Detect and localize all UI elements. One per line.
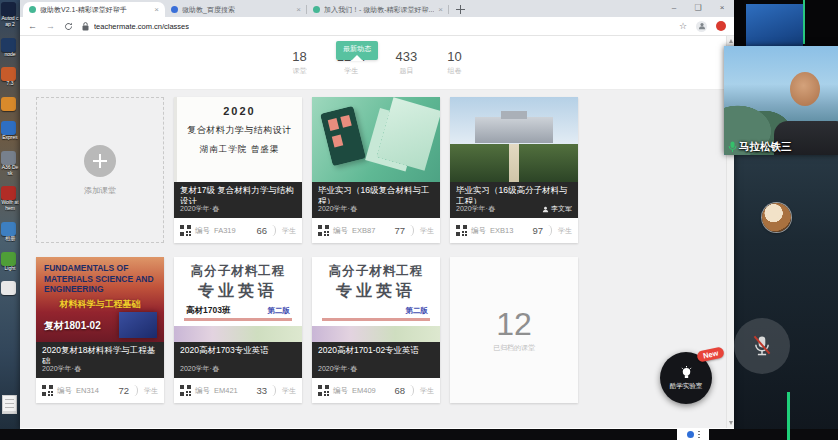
new-badge: New bbox=[696, 346, 725, 362]
maximize-button[interactable]: ❑ bbox=[686, 0, 710, 15]
bookmark-star-icon[interactable]: ☆ bbox=[679, 21, 687, 31]
code-label: 编号 bbox=[333, 386, 348, 396]
class-title: 毕业实习（16级高分子材料与工程） bbox=[456, 185, 572, 204]
stat-value: 433 bbox=[396, 49, 418, 64]
browser-toolbar: ← → teachermate.com.cn/classes ☆ bbox=[20, 17, 734, 36]
more-dots-icon[interactable] bbox=[698, 431, 700, 438]
tab-close-icon[interactable]: × bbox=[296, 5, 301, 14]
desktop-icon[interactable] bbox=[1, 97, 19, 111]
class-title: 复材17级 复合材料力学与结构设计 bbox=[180, 185, 296, 204]
class-cover-image bbox=[312, 97, 440, 182]
minimize-button[interactable]: – bbox=[662, 0, 686, 15]
lightbulb-icon bbox=[679, 366, 694, 381]
desktop-icon[interactable]: 相册 bbox=[1, 222, 19, 242]
tab-favicon bbox=[29, 6, 36, 13]
qr-code-icon[interactable] bbox=[42, 385, 53, 396]
class-card[interactable]: 毕业实习（16级高分子材料与工程） 2020学年·春 李文军 编号 EXB13 … bbox=[450, 97, 578, 243]
green-accent-line-bottom bbox=[787, 392, 790, 440]
pet-avatar-icon[interactable] bbox=[762, 203, 791, 232]
desktop-icon[interactable]: Light bbox=[1, 252, 19, 272]
desktop-icon[interactable]: node bbox=[1, 38, 19, 58]
forward-icon[interactable]: → bbox=[46, 22, 55, 31]
desktop-icon-label: A36 Desk bbox=[1, 165, 19, 177]
close-button[interactable]: × bbox=[710, 0, 734, 15]
class-card[interactable]: 高分子材料工程专业英语高材1703班第二版 2020高材1703专业英语 202… bbox=[174, 257, 302, 403]
reload-icon[interactable] bbox=[64, 17, 73, 35]
students-label: 学生 bbox=[420, 226, 434, 236]
count-arc-icon bbox=[409, 225, 414, 236]
desktop-icon[interactable]: Expres bbox=[1, 121, 19, 141]
taskbar-app-icon[interactable] bbox=[687, 431, 694, 438]
qr-code-icon[interactable] bbox=[318, 385, 329, 396]
tab-favicon bbox=[171, 6, 178, 13]
code-label: 编号 bbox=[471, 226, 486, 236]
class-cover-image: 高分子材料工程专业英语第二版 bbox=[312, 257, 440, 342]
desktop-icon-image bbox=[1, 67, 16, 81]
qr-code-icon[interactable] bbox=[456, 225, 467, 236]
browser-tab[interactable]: 微助教V2.1-精彩课堂好帮手 × bbox=[23, 2, 165, 17]
class-term: 2020学年·春 bbox=[318, 204, 357, 214]
stat-value: 18 bbox=[292, 49, 306, 64]
archived-classes-card[interactable]: 12 已归档的课堂 bbox=[450, 257, 578, 403]
new-tab-button[interactable] bbox=[454, 3, 467, 16]
desktop-icon-column: Autod cap 2 node 7.3 Expres A36 Desk Wol… bbox=[0, 0, 20, 295]
desktop-icon-label: Expres bbox=[1, 135, 19, 141]
students-label: 学生 bbox=[420, 386, 434, 396]
class-card[interactable]: 高分子材料工程专业英语第二版 2020高材1701-02专业英语 2020学年·… bbox=[312, 257, 440, 403]
desktop-icon-image bbox=[1, 121, 16, 135]
lock-icon bbox=[82, 17, 89, 35]
desktop-icon[interactable] bbox=[1, 281, 19, 295]
code-value: EN314 bbox=[76, 386, 114, 395]
back-icon[interactable]: ← bbox=[28, 22, 37, 31]
desktop-left-strip: Autod cap 2 node 7.3 Expres A36 Desk Wol… bbox=[0, 0, 20, 440]
add-class-card[interactable]: 添加课堂 bbox=[36, 97, 164, 243]
desktop-icon[interactable]: 7.3 bbox=[1, 67, 19, 87]
code-value: EXB13 bbox=[490, 226, 528, 235]
window-controls: – ❑ × bbox=[662, 0, 734, 15]
desktop-icon[interactable]: A36 Desk bbox=[1, 151, 19, 177]
class-card-footer: 编号 EM421 33 学生 bbox=[174, 378, 302, 403]
browser-tab[interactable]: 微助教_百度搜索 × bbox=[165, 2, 307, 17]
student-count: 33 bbox=[256, 385, 267, 396]
profile-avatar[interactable] bbox=[696, 21, 707, 32]
desktop-bottom-strip bbox=[0, 429, 838, 440]
class-term: 2020学年·春 bbox=[42, 364, 81, 374]
class-card[interactable]: FUNDAMENTALS OF MATERIALS SCIENCE AND EN… bbox=[36, 257, 164, 403]
taskbar-item[interactable] bbox=[677, 429, 709, 440]
class-card-footer: 编号 FA319 66 学生 bbox=[174, 218, 302, 243]
student-count: 72 bbox=[118, 385, 129, 396]
webcam-video-window[interactable]: 马拉松铁三 bbox=[724, 46, 838, 155]
desktop-icon[interactable]: Wolfr athem bbox=[1, 186, 19, 212]
stat-label: 课堂 bbox=[292, 66, 306, 76]
tab-title: 微助教V2.1-精彩课堂好帮手 bbox=[40, 5, 150, 15]
browser-window: 微助教V2.1-精彩课堂好帮手 × 微助教_百度搜索 × 加入我们！- 微助教-… bbox=[20, 0, 734, 429]
class-term: 2020学年·春 bbox=[456, 204, 495, 214]
class-card[interactable]: 毕业实习（16级复合材料与工程） 2020学年·春 编号 EXB87 77 学生 bbox=[312, 97, 440, 243]
browser-tab[interactable]: 加入我们！- 微助教-精彩课堂好帮... × bbox=[307, 2, 449, 17]
desktop-icon-image bbox=[1, 222, 16, 236]
qr-code-icon[interactable] bbox=[180, 385, 191, 396]
tab-close-icon[interactable]: × bbox=[154, 5, 159, 14]
desktop-icon[interactable]: Autod cap 2 bbox=[1, 2, 19, 28]
document-icon[interactable] bbox=[2, 395, 17, 414]
stat-item: 10 组卷 bbox=[447, 49, 461, 76]
desktop-icon-label: Light bbox=[1, 266, 19, 272]
profile-badge-icon[interactable] bbox=[716, 21, 726, 31]
qr-code-icon[interactable] bbox=[180, 225, 191, 236]
tab-close-icon[interactable]: × bbox=[438, 5, 443, 14]
stat-item: 433 题目 bbox=[396, 49, 418, 76]
stat-item: 18 课堂 bbox=[292, 49, 306, 76]
code-value: EM421 bbox=[214, 386, 252, 395]
latest-activity-badge[interactable]: 最新动态 bbox=[336, 41, 378, 60]
desktop-icon-image bbox=[1, 2, 16, 16]
class-info-band: 复材17级 复合材料力学与结构设计 2020学年·春 bbox=[174, 182, 302, 218]
plus-icon bbox=[84, 145, 116, 177]
microphone-muted-button[interactable] bbox=[734, 318, 790, 374]
address-bar[interactable]: teachermate.com.cn/classes bbox=[82, 17, 670, 35]
desktop-icon-label: Autod cap 2 bbox=[1, 16, 19, 28]
class-card[interactable]: 2020复合材料力学与结构设计湖南工学院 曾盛渠 复材17级 复合材料力学与结构… bbox=[174, 97, 302, 243]
qr-code-icon[interactable] bbox=[318, 225, 329, 236]
green-accent-line-top bbox=[803, 0, 805, 44]
tab-favicon bbox=[313, 6, 320, 13]
archived-count: 12 bbox=[496, 308, 532, 340]
